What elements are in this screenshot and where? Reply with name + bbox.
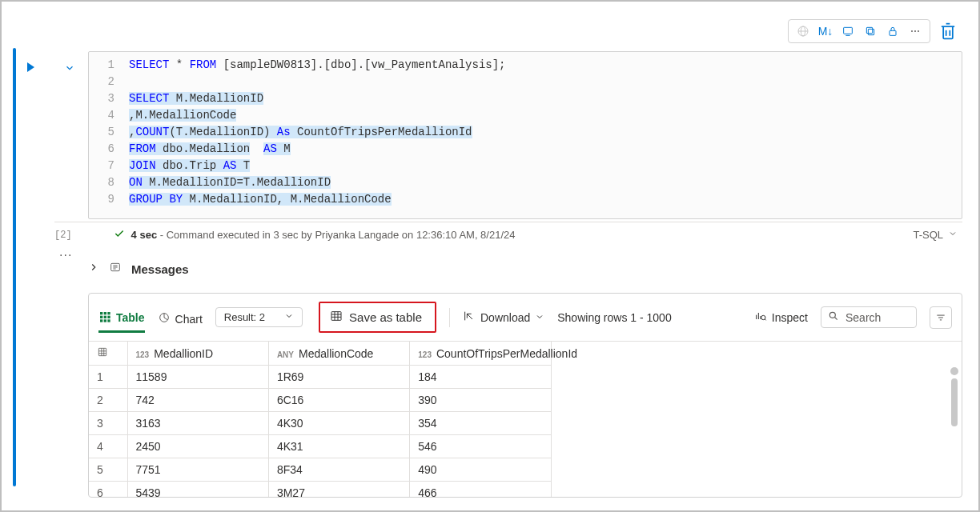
svg-rect-5 xyxy=(868,29,874,34)
pie-chart-icon xyxy=(158,311,171,326)
markdown-btn[interactable]: M↓ xyxy=(814,22,837,41)
svg-rect-22 xyxy=(107,315,110,318)
svg-rect-17 xyxy=(100,312,102,314)
save-as-table-button[interactable]: Save as table xyxy=(319,302,436,333)
code-line: SELECT M.MedallionID xyxy=(129,90,263,107)
table-row[interactable]: 654393M27466 xyxy=(89,482,551,498)
code-line: ,M.MedallionCode xyxy=(129,107,236,124)
results-table: 123MedallionID ANYMedallionCode 123Count… xyxy=(89,342,552,497)
cell-active-rail xyxy=(13,48,16,486)
svg-rect-3 xyxy=(844,27,853,34)
svg-rect-20 xyxy=(100,315,102,318)
table-icon xyxy=(330,310,343,325)
language-selector[interactable]: T-SQL xyxy=(913,229,958,241)
svg-point-34 xyxy=(761,315,765,319)
line-number: 4 xyxy=(89,107,129,124)
filter-button[interactable] xyxy=(930,306,952,329)
chevron-down-icon xyxy=(535,311,544,324)
expand-messages-icon[interactable] xyxy=(88,262,99,276)
messages-icon xyxy=(109,261,122,277)
cell-more-icon[interactable]: ··· xyxy=(59,248,72,262)
chevron-down-icon xyxy=(948,229,958,241)
svg-rect-6 xyxy=(866,27,872,33)
svg-line-35 xyxy=(765,319,765,320)
toolbar-divider xyxy=(449,308,450,327)
line-number: 8 xyxy=(89,174,129,191)
tab-chart[interactable]: Chart xyxy=(158,311,203,331)
line-number: 1 xyxy=(89,57,129,74)
svg-line-37 xyxy=(835,318,837,320)
inspect-icon xyxy=(754,310,767,325)
device-icon[interactable] xyxy=(837,22,859,41)
column-header-medallionid[interactable]: 123MedallionID xyxy=(127,342,268,366)
table-row[interactable]: 331634K30354 xyxy=(89,412,551,435)
globe-icon[interactable] xyxy=(792,22,814,41)
download-label: Download xyxy=(480,311,530,324)
chevron-down-icon xyxy=(284,311,294,323)
code-line: FROM dbo.Medallion AS M xyxy=(129,141,291,158)
result-selector-value: Result: 2 xyxy=(224,311,265,323)
line-number: 7 xyxy=(89,158,129,174)
download-button[interactable]: Download xyxy=(463,310,544,325)
code-line: ON M.MedallionID=T.MedallionID xyxy=(129,174,331,191)
table-row[interactable]: 1115891R69184 xyxy=(89,366,551,389)
svg-rect-41 xyxy=(98,348,106,355)
search-placeholder: Search xyxy=(845,311,881,324)
svg-line-33 xyxy=(467,314,472,319)
download-icon xyxy=(463,310,476,325)
column-header-count[interactable]: 123CountOfTripsPerMedallionId xyxy=(410,342,551,366)
svg-rect-18 xyxy=(104,312,106,314)
search-input[interactable]: Search xyxy=(821,306,917,328)
row-header-corner[interactable] xyxy=(89,342,127,366)
column-header-medallioncode[interactable]: ANYMedallionCode xyxy=(268,342,409,366)
tab-table[interactable]: Table xyxy=(98,310,145,333)
grid-icon xyxy=(98,310,111,326)
svg-rect-25 xyxy=(107,319,110,322)
save-as-table-label: Save as table xyxy=(349,310,422,324)
run-dropdown-chevron-icon[interactable] xyxy=(64,59,75,78)
inspect-button[interactable]: Inspect xyxy=(754,310,808,325)
svg-rect-19 xyxy=(107,312,110,314)
vertical-scrollbar[interactable] xyxy=(950,367,958,492)
copy-icon[interactable] xyxy=(859,22,882,41)
execution-time: 4 sec - Command executed in 3 sec by Pri… xyxy=(131,229,516,241)
execution-index: [2] xyxy=(54,230,72,241)
tab-table-label: Table xyxy=(116,311,145,324)
line-number: 6 xyxy=(89,141,129,158)
svg-rect-27 xyxy=(331,312,341,321)
tab-chart-label: Chart xyxy=(175,313,203,326)
line-number: 3 xyxy=(89,90,129,107)
line-number: 2 xyxy=(89,74,129,90)
svg-point-9 xyxy=(914,30,916,32)
table-row[interactable]: 577518F34490 xyxy=(89,458,551,482)
results-panel: Table Chart Result: 2 Save as table xyxy=(88,293,962,498)
svg-point-10 xyxy=(918,30,919,32)
code-line: SELECT * FROM [sampleDW0813].[dbo].[vw_P… xyxy=(129,57,506,74)
table-row[interactable]: 424504K31546 xyxy=(89,435,551,458)
table-row[interactable]: 27426C16390 xyxy=(89,389,551,412)
code-line: GROUP BY M.MedallionID, M.MedallionCode xyxy=(129,191,392,208)
delete-cell-icon[interactable] xyxy=(937,22,959,41)
svg-point-8 xyxy=(911,30,913,32)
svg-point-36 xyxy=(829,312,835,318)
line-number: 5 xyxy=(89,124,129,141)
language-label: T-SQL xyxy=(913,229,943,241)
sql-editor[interactable]: 1SELECT * FROM [sampleDW0813].[dbo].[vw_… xyxy=(88,51,962,219)
svg-rect-21 xyxy=(104,315,106,318)
run-cell-icon[interactable] xyxy=(27,62,34,72)
search-icon xyxy=(828,310,839,324)
inspect-label: Inspect xyxy=(772,311,808,324)
rows-showing-info: Showing rows 1 - 1000 xyxy=(557,311,671,324)
success-check-icon xyxy=(114,228,125,242)
scroll-thumb[interactable] xyxy=(951,378,958,426)
svg-rect-23 xyxy=(100,319,102,322)
code-line: ,COUNT(T.MedallionID) As CountOfTripsPer… xyxy=(129,124,472,141)
result-selector[interactable]: Result: 2 xyxy=(215,307,303,327)
lock-icon[interactable] xyxy=(882,22,904,41)
more-icon[interactable] xyxy=(904,22,926,41)
messages-title: Messages xyxy=(131,262,189,276)
scroll-up-arrow-icon[interactable] xyxy=(950,367,958,375)
execution-status-row: [2] 4 sec - Command executed in 3 sec by… xyxy=(54,222,962,244)
line-number: 9 xyxy=(89,191,129,208)
code-line: JOIN dbo.Trip AS T xyxy=(129,158,250,174)
